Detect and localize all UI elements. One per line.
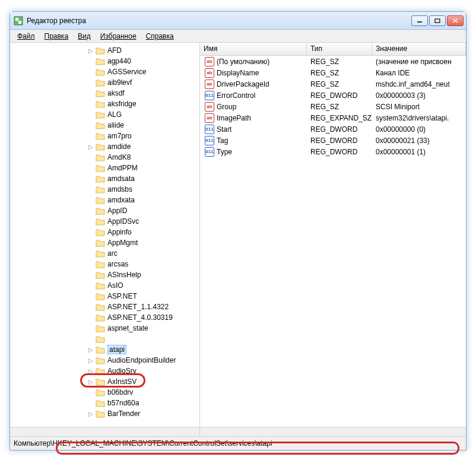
tree-item[interactable]: ASP.NET_4.0.30319 — [10, 312, 199, 323]
minimize-button[interactable] — [411, 15, 428, 26]
expander-icon[interactable]: ▷ — [87, 378, 94, 385]
expander-blank — [87, 282, 94, 289]
expander-icon[interactable]: ▷ — [87, 346, 94, 353]
tree-label: AmdPPM — [107, 164, 138, 172]
tree-item[interactable]: aksdf — [10, 88, 199, 99]
column-name[interactable]: Имя — [200, 43, 307, 55]
tree-item[interactable]: b57nd60a — [10, 398, 199, 408]
value-row[interactable]: abDisplayNameREG_SZКанал IDE — [200, 67, 466, 78]
menu-view[interactable]: Вид — [74, 31, 94, 42]
tree-item[interactable]: aksfridge — [10, 99, 199, 109]
expander-icon[interactable]: ▷ — [87, 367, 94, 375]
tree-item[interactable]: AmdK8 — [10, 152, 199, 163]
expander-icon[interactable]: ▷ — [87, 410, 94, 417]
tree-label: b06bdrv — [107, 388, 133, 396]
close-button[interactable] — [447, 15, 464, 26]
expander-icon[interactable]: ▷ — [87, 357, 94, 364]
tree-item[interactable]: ASP.NET_1.1.4322 — [10, 302, 199, 312]
tree-item[interactable]: arcsas — [10, 259, 199, 269]
tree-label: agp440 — [107, 57, 131, 65]
tree-item[interactable]: ▷atapi — [10, 344, 199, 355]
menu-favorites[interactable]: Избранное — [97, 31, 140, 42]
tree-item[interactable]: AmdPPM — [10, 163, 199, 173]
expander-icon[interactable]: ▷ — [87, 47, 94, 54]
expander-icon[interactable]: ▷ — [87, 143, 94, 150]
expander-blank — [87, 186, 94, 193]
value-row[interactable]: 011TypeREG_DWORD0x00000001 (1) — [200, 146, 466, 157]
expander-blank — [87, 164, 94, 172]
tree-item[interactable]: amdsata — [10, 173, 199, 184]
value-data: 0x00000000 (0) — [372, 125, 466, 134]
tree-label: ASP.NET_1.1.4322 — [107, 303, 169, 311]
tree-item[interactable]: am7pro — [10, 131, 199, 141]
tree-item[interactable]: amdxata — [10, 195, 199, 205]
tree-item[interactable]: aliide — [10, 120, 199, 131]
folder-icon — [96, 228, 105, 236]
string-value-icon: ab — [205, 80, 214, 89]
folder-icon — [96, 313, 105, 322]
tree-item[interactable]: AGSService — [10, 66, 199, 77]
tree-item[interactable]: b06bdrv — [10, 387, 199, 398]
svg-rect-4 — [435, 19, 440, 23]
value-name: Tag — [217, 137, 228, 145]
tree-item[interactable]: ASInsHelp — [10, 269, 199, 280]
value-row[interactable]: 011ErrorControlREG_DWORD0x00000003 (3) — [200, 90, 466, 101]
maximize-button[interactable] — [429, 15, 446, 26]
tree-item[interactable]: aib9levf — [10, 77, 199, 88]
menu-edit[interactable]: Правка — [41, 31, 72, 42]
content-area: ▷AFDagp440AGSServiceaib9levfaksdfaksfrid… — [10, 43, 466, 437]
value-type: REG_SZ — [307, 69, 372, 77]
folder-icon — [96, 388, 105, 396]
folder-icon — [96, 174, 105, 183]
tree-item[interactable]: ▷BarTender — [10, 408, 199, 419]
value-type: REG_DWORD — [307, 137, 372, 145]
svg-rect-2 — [18, 21, 21, 24]
value-list-pane[interactable]: Имя Тип Значение ab(По умолчанию)REG_SZ(… — [200, 43, 466, 436]
tree-scrollbar[interactable] — [10, 427, 199, 436]
value-row[interactable]: abImagePathREG_EXPAND_SZsystem32\drivers… — [200, 112, 466, 123]
tree-label: amdsata — [107, 174, 135, 183]
tree-item[interactable]: ▷AFD — [10, 45, 199, 56]
menu-file[interactable]: Файл — [14, 31, 39, 42]
column-value[interactable]: Значение — [372, 43, 466, 55]
folder-icon — [96, 196, 105, 204]
tree-item[interactable]: ▷AxInstSV — [10, 376, 199, 387]
tree-label: AmdK8 — [107, 153, 131, 161]
tree-item[interactable] — [10, 334, 199, 344]
expander-blank — [87, 389, 94, 396]
tree-item[interactable]: ▷amdide — [10, 141, 199, 152]
tree-item[interactable]: AsIO — [10, 280, 199, 291]
value-row[interactable]: 011TagREG_DWORD0x00000021 (33) — [200, 135, 466, 146]
tree-item[interactable]: AppID — [10, 205, 199, 216]
menu-help[interactable]: Справка — [142, 31, 177, 42]
tree-item[interactable]: ▷AudioSrv — [10, 366, 199, 376]
tree-item[interactable]: AppIDSvc — [10, 216, 199, 227]
tree-item[interactable]: agp440 — [10, 56, 199, 66]
value-row[interactable]: 011StartREG_DWORD0x00000000 (0) — [200, 123, 466, 135]
tree-label: aksfridge — [107, 100, 137, 108]
tree-item[interactable]: aspnet_state — [10, 323, 199, 334]
tree-item[interactable]: AppMgmt — [10, 237, 199, 248]
tree-item[interactable]: arc — [10, 248, 199, 259]
tree-item[interactable]: ▷AudioEndpointBuilder — [10, 355, 199, 366]
column-type[interactable]: Тип — [307, 43, 372, 55]
tree-item[interactable]: amdsbs — [10, 184, 199, 195]
tree-label: AxInstSV — [107, 377, 137, 386]
tree-label: aksdf — [107, 89, 125, 97]
titlebar[interactable]: Редактор реестра — [10, 12, 466, 30]
svg-rect-1 — [15, 18, 18, 21]
expander-blank — [87, 122, 94, 129]
tree-pane[interactable]: ▷AFDagp440AGSServiceaib9levfaksdfaksfrid… — [10, 43, 200, 436]
tree-item[interactable]: ALG — [10, 109, 199, 120]
app-icon — [14, 16, 23, 26]
tree-item[interactable]: Appinfo — [10, 227, 199, 237]
tree-item[interactable]: ASP.NET — [10, 291, 199, 302]
tree-label: ALG — [107, 110, 122, 119]
value-row[interactable]: ab(По умолчанию)REG_SZ(значение не присв… — [200, 56, 466, 67]
folder-icon — [96, 239, 105, 247]
list-scrollbar[interactable] — [200, 427, 466, 436]
value-data: mshdc.inf_amd64_neut — [372, 80, 466, 88]
value-row[interactable]: abGroupREG_SZSCSI Miniport — [200, 101, 466, 112]
value-row[interactable]: abDriverPackageIdREG_SZmshdc.inf_amd64_n… — [200, 78, 466, 90]
tree-label: aliide — [107, 121, 124, 129]
